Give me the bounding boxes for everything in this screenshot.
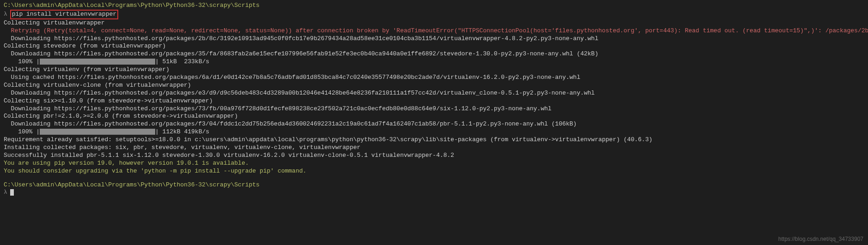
command-input[interactable]: pip install virtualenvwrapper bbox=[10, 10, 118, 19]
output-line: Downloading https://files.pythonhosted.o… bbox=[4, 50, 864, 58]
output-line: Requirement already satisfied: setuptool… bbox=[4, 136, 864, 144]
progress-line-2: 100% || 112kB 419kB/s bbox=[4, 128, 864, 136]
progress-percent: 100% | bbox=[4, 58, 40, 65]
prompt-path-1: C:\Users\admin\AppData\Local\Programs\Py… bbox=[4, 2, 864, 10]
progress-bar-icon bbox=[40, 59, 155, 65]
pip-warning-line: You should consider upgrading via the 'p… bbox=[4, 167, 864, 175]
progress-line-1: 100% || 51kB 233kB/s bbox=[4, 58, 864, 66]
cursor-icon bbox=[10, 189, 14, 196]
progress-bar-icon bbox=[40, 129, 155, 135]
cwd-path: C:\Users\admin\AppData\Local\Programs\Py… bbox=[4, 2, 260, 9]
progress-percent: 100% | bbox=[4, 128, 40, 135]
command-line-2[interactable]: λ bbox=[4, 189, 864, 197]
output-line: Collecting virtualenv (from virtualenvwr… bbox=[4, 66, 864, 74]
output-line: Collecting pbr!=2.1.0,>=2.0.0 (from stev… bbox=[4, 113, 864, 120]
output-line: Successfully installed pbr-5.1.1 six-1.1… bbox=[4, 152, 864, 160]
prompt-path-2: C:\Users\admin\AppData\Local\Programs\Py… bbox=[4, 181, 864, 189]
output-line: Collecting virtualenvwrapper bbox=[4, 19, 864, 27]
output-line: Collecting virtualenv-clone (from virtua… bbox=[4, 82, 864, 90]
output-line: Using cached https://files.pythonhosted.… bbox=[4, 74, 864, 82]
output-line: Downloading https://files.pythonhosted.o… bbox=[4, 105, 864, 113]
pip-warning-line: You are using pip version 19.0, however … bbox=[4, 160, 864, 167]
cwd-path: C:\Users\admin\AppData\Local\Programs\Py… bbox=[4, 181, 260, 188]
output-line: Downloading https://files.pythonhosted.o… bbox=[4, 120, 864, 128]
output-line: Collecting six>=1.10.0 (from stevedore->… bbox=[4, 97, 864, 105]
output-line: Installing collected packages: six, pbr,… bbox=[4, 144, 864, 152]
progress-speed: | 51kB 233kB/s bbox=[155, 58, 209, 65]
command-line-1[interactable]: λpip install virtualenvwrapper bbox=[4, 10, 864, 19]
output-line: Collecting stevedore (from virtualenvwra… bbox=[4, 42, 864, 50]
progress-speed: | 112kB 419kB/s bbox=[155, 128, 209, 135]
output-line: Downloading https://files.pythonhosted.o… bbox=[4, 90, 864, 97]
watermark-text: https://blog.csdn.net/qq_34733907 bbox=[778, 236, 863, 243]
prompt-symbol: λ bbox=[4, 189, 7, 196]
output-error-line: Retrying (Retry(total=4, connect=None, r… bbox=[4, 27, 864, 35]
output-line: Downloading https://files.pythonhosted.o… bbox=[4, 35, 864, 43]
prompt-symbol: λ bbox=[4, 11, 7, 18]
